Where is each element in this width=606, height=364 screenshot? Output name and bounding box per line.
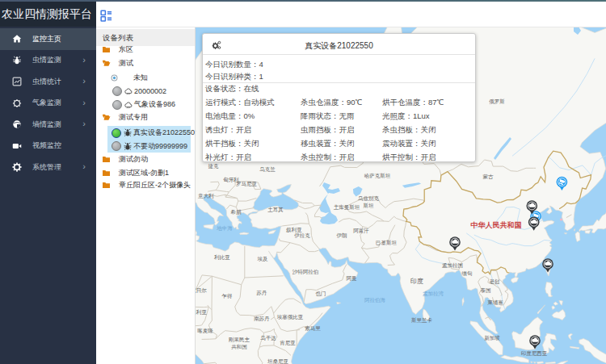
svg-text:也门: 也门 <box>316 291 326 296</box>
svg-text:阿拉伯海: 阿拉伯海 <box>364 297 386 303</box>
svg-text:希腊: 希腊 <box>231 209 242 215</box>
svg-text:蒙古: 蒙古 <box>483 174 494 180</box>
svg-text:共和国: 共和国 <box>231 344 247 350</box>
svg-text:土库曼斯坦: 土库曼斯坦 <box>334 204 360 211</box>
svg-text:刚果民主: 刚果民主 <box>229 337 250 343</box>
svg-text:尼日尔: 尼日尔 <box>196 287 207 293</box>
svg-text:埃及: 埃及 <box>257 256 269 261</box>
svg-text:尼日利亚: 尼日利亚 <box>196 309 208 315</box>
svg-text:沙特阿拉伯: 沙特阿拉伯 <box>292 269 319 275</box>
svg-text:斯坦: 斯坦 <box>364 203 375 208</box>
svg-text:索马里: 索马里 <box>305 325 321 331</box>
svg-text:阿富汗: 阿富汗 <box>353 228 369 234</box>
svg-text:伊拉克: 伊拉克 <box>294 232 310 239</box>
svg-text:缅甸: 缅甸 <box>462 270 473 276</box>
svg-text:罗马尼亚: 罗马尼亚 <box>236 181 258 187</box>
svg-text:南苏丹: 南苏丹 <box>254 316 270 322</box>
svg-text:孟加拉国: 孟加拉国 <box>442 262 463 268</box>
svg-text:肯尼亚: 肯尼亚 <box>280 340 296 345</box>
svg-text:利比亚: 利比亚 <box>213 254 230 260</box>
svg-text:俄罗斯: 俄罗斯 <box>489 98 505 105</box>
svg-text:意大利: 意大利 <box>197 193 214 199</box>
svg-text:中华人民共和国: 中华人民共和国 <box>471 221 522 229</box>
svg-text:埃塞俄比亚: 埃塞俄比亚 <box>276 314 304 320</box>
svg-text:印度: 印度 <box>410 278 423 285</box>
svg-text:乍得: 乍得 <box>221 293 234 299</box>
svg-text:喀麦隆: 喀麦隆 <box>197 328 213 334</box>
svg-text:乌干达: 乌干达 <box>260 335 276 341</box>
svg-text:泰国: 泰国 <box>481 287 491 294</box>
svg-text:巴基斯坦: 巴基斯坦 <box>376 240 398 245</box>
svg-text:乌克兰: 乌克兰 <box>259 166 276 173</box>
svg-text:乌兹别克: 乌兹别克 <box>358 195 380 202</box>
svg-text:坦桑尼亚: 坦桑尼亚 <box>267 358 289 364</box>
svg-text:孟加拉湾: 孟加拉湾 <box>423 291 444 297</box>
svg-text:伊朗: 伊朗 <box>337 232 347 239</box>
svg-text:土耳其: 土耳其 <box>267 207 284 213</box>
svg-text:斯里兰卡: 斯里兰卡 <box>411 317 433 323</box>
svg-text:哈萨克斯坦: 哈萨克斯坦 <box>364 173 391 179</box>
svg-text:苏丹: 苏丹 <box>256 290 268 296</box>
svg-text:老挝: 老挝 <box>490 278 501 285</box>
svg-text:地中海: 地中海 <box>217 225 233 232</box>
svg-text:阿曼: 阿曼 <box>347 275 358 282</box>
svg-text:柬埔寨: 柬埔寨 <box>487 299 503 305</box>
svg-text:新加坡: 新加坡 <box>484 335 500 341</box>
svg-text:捷克: 捷克 <box>208 163 220 169</box>
svg-text:印度尼西亚: 印度尼西亚 <box>521 350 548 357</box>
